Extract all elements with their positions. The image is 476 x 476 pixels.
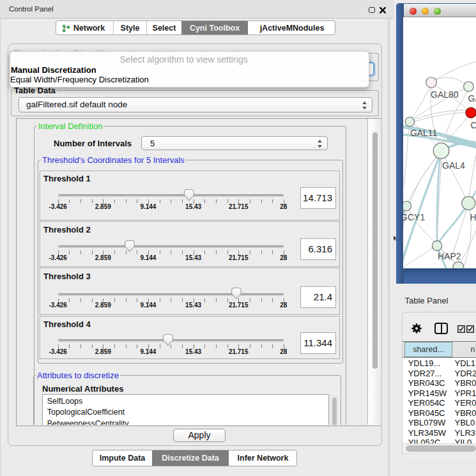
svg-text:GAL11: GAL11 [410, 128, 438, 138]
svg-text:GCY1: GCY1 [403, 212, 425, 222]
svg-text:C: C [471, 120, 476, 130]
svg-text:GA: GA [468, 94, 476, 104]
svg-text:HAP2: HAP2 [438, 251, 461, 261]
svg-text:GAL80: GAL80 [431, 89, 459, 100]
svg-text:H: H [470, 212, 476, 222]
svg-text:GAL4: GAL4 [442, 160, 465, 171]
